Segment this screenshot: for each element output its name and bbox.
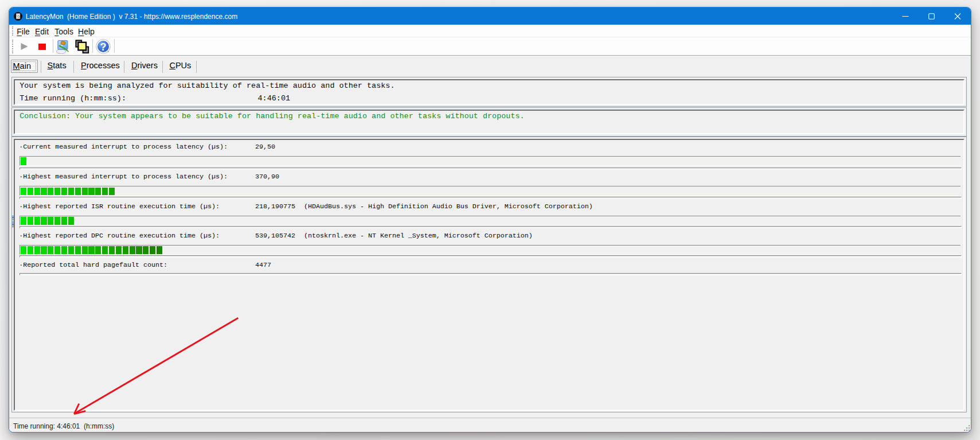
svg-text:?: ?	[100, 41, 107, 53]
